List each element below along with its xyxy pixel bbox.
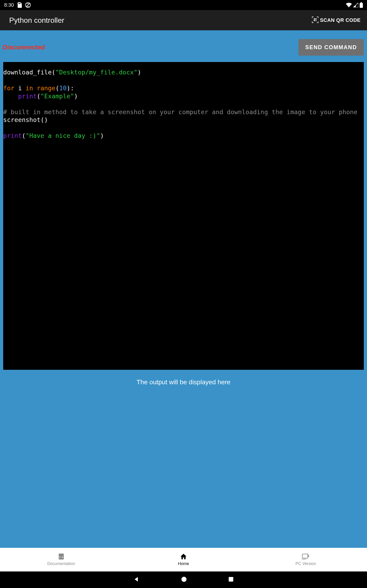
android-status-bar: 8:30: [0, 0, 367, 10]
svg-rect-18: [229, 577, 233, 582]
clock: 8:30: [4, 2, 14, 8]
output-placeholder: The output will be displayed here: [3, 379, 364, 386]
svg-rect-14: [59, 553, 64, 560]
svg-line-4: [26, 3, 30, 7]
svg-rect-1: [19, 3, 20, 4]
svg-point-17: [181, 577, 186, 582]
nav-label: Home: [178, 561, 189, 566]
main-area: Disconnected SEND COMMAND download_file(…: [0, 30, 367, 548]
back-button[interactable]: [133, 576, 140, 583]
svg-rect-7: [314, 18, 315, 19]
connection-status: Disconnected: [3, 44, 45, 51]
scan-qr-label: SCAN QR CODE: [320, 17, 361, 23]
recent-button[interactable]: [228, 577, 234, 583]
send-command-button[interactable]: SEND COMMAND: [298, 39, 364, 56]
no-sync-icon: [25, 2, 31, 8]
nav-label: PC Version: [295, 561, 316, 566]
battery-icon: [360, 2, 363, 8]
scan-qr-button[interactable]: SCAN QR CODE: [312, 16, 361, 24]
android-nav-bar: [0, 571, 367, 588]
svg-rect-5: [360, 3, 363, 8]
svg-rect-2: [20, 3, 20, 4]
app-title: Python controller: [9, 16, 64, 25]
nav-pc-version[interactable]: PC Version: [245, 548, 367, 571]
code-editor[interactable]: download_file("Desktop/my_file.docx") fo…: [3, 62, 364, 370]
signal-icon: [353, 3, 358, 7]
qr-icon: [312, 16, 319, 24]
svg-rect-10: [315, 20, 316, 20]
nav-documentation[interactable]: Documentation: [0, 548, 122, 571]
home-icon: [180, 553, 187, 560]
svg-rect-13: [316, 20, 317, 20]
doc-icon: [58, 553, 65, 560]
home-button[interactable]: [181, 576, 187, 583]
nav-label: Documentation: [47, 561, 75, 566]
svg-rect-6: [361, 2, 362, 3]
svg-rect-11: [316, 21, 317, 21]
svg-rect-15: [302, 554, 308, 558]
sd-card-icon: [17, 2, 22, 8]
svg-rect-12: [315, 21, 316, 21]
svg-rect-9: [314, 20, 315, 21]
wifi-icon: [346, 3, 352, 7]
svg-rect-0: [19, 3, 19, 4]
download-icon: [302, 553, 310, 560]
nav-home[interactable]: Home: [122, 548, 244, 571]
svg-rect-8: [315, 18, 317, 19]
bottom-nav: Documentation Home PC Version: [0, 548, 367, 571]
app-action-bar: Python controller SCAN QR CODE: [0, 10, 367, 30]
